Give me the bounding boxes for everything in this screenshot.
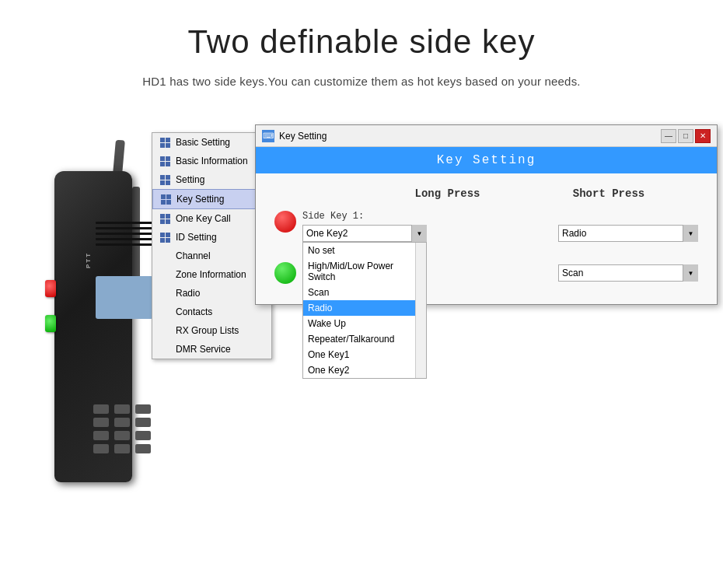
dropdown-arrow-2-right[interactable]: ▼ <box>683 264 698 282</box>
sidebar-item-basic-information[interactable]: Basic Information <box>152 152 271 170</box>
key-setting-window: ⌨ Key Setting — □ ✕ Key Setting <box>255 124 718 305</box>
side-key-1-dropdown-display[interactable]: One Key2 <box>302 225 427 242</box>
dropdown-option-wake-up[interactable]: Wake Up <box>303 316 426 331</box>
side-key-2-short-press-dropdown[interactable]: Scan ▼ <box>558 264 698 282</box>
sidebar-item-radio[interactable]: Radio <box>152 284 271 303</box>
grid-icon-4 <box>159 193 172 205</box>
grid-icon <box>159 136 171 149</box>
content-area: PTT <box>0 124 723 588</box>
window-controls: — □ ✕ <box>661 129 711 143</box>
window-titlebar: ⌨ Key Setting — □ ✕ <box>256 125 717 147</box>
minimize-button[interactable]: — <box>661 129 676 143</box>
spacer-icon-4 <box>159 306 171 318</box>
sidebar-item-zone-information[interactable]: Zone Information <box>152 265 271 284</box>
close-button[interactable]: ✕ <box>695 129 711 143</box>
window-title-text: Key Setting <box>279 131 661 142</box>
sidebar-item-channel[interactable]: Channel <box>152 247 271 265</box>
grid-icon-2 <box>159 155 171 167</box>
menu-panel: Basic Setting Basic Information <box>152 132 272 359</box>
sidebar-item-one-key-call[interactable]: One Key Call <box>152 209 271 228</box>
grid-icon-5 <box>159 212 171 225</box>
spacer-icon-3 <box>159 287 171 299</box>
spacer-icon-2 <box>159 268 171 281</box>
page-container: Two definable side key HD1 has two side … <box>0 0 723 588</box>
restore-button[interactable]: □ <box>678 129 693 143</box>
header-section: Two definable side key HD1 has two side … <box>0 0 723 88</box>
side-key-2-dot <box>274 262 296 284</box>
grid-icon-6 <box>159 231 171 243</box>
side-key-1-dot <box>274 211 296 233</box>
dropdown-arrow-1-right[interactable]: ▼ <box>683 225 698 242</box>
dropdown-option-radio[interactable]: Radio <box>303 300 426 316</box>
column-headers: Long Press Short Press <box>274 186 698 200</box>
side-key-1-dropdown-list: No set High/Mid/Low Power Switch Scan Ra… <box>302 242 427 379</box>
side-key-2-short-press-display[interactable]: Scan <box>558 264 698 282</box>
dropdown-option-one-key1[interactable]: One Key1 <box>303 347 426 362</box>
dropdown-option-power-switch[interactable]: High/Mid/Low Power Switch <box>303 258 426 285</box>
radio-keypad <box>93 404 155 453</box>
window-icon: ⌨ <box>262 130 274 142</box>
side-key-green-button[interactable] <box>45 315 56 332</box>
sidebar-item-setting[interactable]: Setting <box>152 170 271 189</box>
grid-icon-3 <box>159 173 171 186</box>
side-key-1-row: Side Key 1: One Key2 ▼ No set <box>274 211 698 242</box>
side-key-2-right: Scan ▼ <box>527 264 698 282</box>
side-key-red-button[interactable] <box>45 280 56 297</box>
side-key-1-label: Side Key 1: <box>302 211 427 222</box>
short-press-label: Short Press <box>573 187 644 200</box>
spacer-icon <box>159 250 171 262</box>
side-key-1-short-press-dropdown[interactable]: Radio ▼ <box>558 225 698 242</box>
side-key-1-right: Radio ▼ <box>527 211 698 242</box>
page-title: Two definable side key <box>0 23 723 61</box>
dropdown-option-repeater[interactable]: Repeater/Talkaround <box>303 331 426 347</box>
side-key-1-short-press-display[interactable]: Radio <box>558 225 698 242</box>
sidebar-item-contacts[interactable]: Contacts <box>152 303 271 321</box>
radio-device: PTT <box>23 140 148 498</box>
dropdown-arrow-1[interactable]: ▼ <box>411 225 427 242</box>
window-body: Long Press Short Press Side Key 1: <box>256 173 717 304</box>
subtitle-text: HD1 has two side keys.You can customize … <box>0 75 723 88</box>
spacer-icon-6 <box>159 343 171 355</box>
radio-screen <box>96 276 153 319</box>
sidebar-item-dmr-service[interactable]: DMR Service <box>152 340 271 359</box>
sidebar-item-basic-setting[interactable]: Basic Setting <box>152 133 271 152</box>
dropdown-option-scan[interactable]: Scan <box>303 285 426 300</box>
window-header-bar: Key Setting <box>256 147 717 173</box>
spacer-icon-5 <box>159 324 171 337</box>
dropdown-option-one-key2[interactable]: One Key2 <box>303 362 426 378</box>
sidebar-item-id-setting[interactable]: ID Setting <box>152 228 271 247</box>
sidebar-item-rx-group-lists[interactable]: RX Group Lists <box>152 321 271 340</box>
side-key-1-dropdown[interactable]: One Key2 ▼ No set High/Mid/Low Power Swi… <box>302 225 427 242</box>
sidebar-item-key-setting[interactable]: Key Setting <box>152 189 271 209</box>
dropdown-scrollbar[interactable] <box>415 243 426 378</box>
radio-body: PTT <box>54 171 132 482</box>
long-press-label: Long Press <box>414 187 480 200</box>
dropdown-option-no-set[interactable]: No set <box>303 243 426 258</box>
radio-speaker <box>96 222 153 264</box>
ptt-label: PTT <box>85 252 92 268</box>
